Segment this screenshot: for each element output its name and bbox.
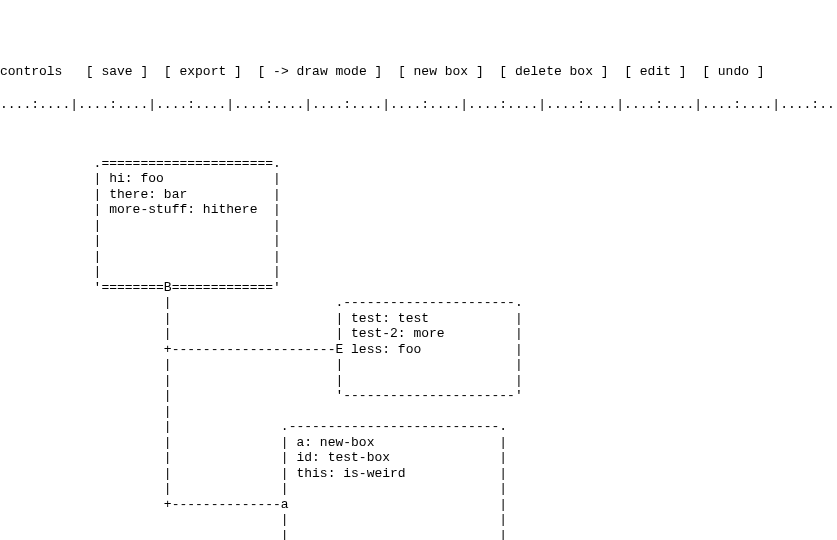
canvas-line: | | [0,249,837,265]
canvas-line: | | [0,218,837,234]
toolbar: controls [ save ] [ export ] [ -> draw m… [0,62,837,82]
canvas-line: | | this: is-weird | [0,466,837,482]
export-button[interactable]: [ export ] [164,64,242,80]
canvas-line: | | [0,512,837,528]
canvas-line: | more-stuff: hithere | [0,202,837,218]
edit-button[interactable]: [ edit ] [624,64,686,80]
spacer [0,128,837,140]
draw-mode-button[interactable]: [ -> draw mode ] [257,64,382,80]
ruler: ....:....|....:....|....:....|....:....|… [0,97,837,113]
controls-label: controls [0,64,62,80]
undo-button[interactable]: [ undo ] [702,64,764,80]
canvas-line: | .----------------------. [0,295,837,311]
canvas-line: '========B=============' [0,280,837,296]
canvas-line: | | [0,264,837,280]
canvas-line: | .---------------------------. [0,419,837,435]
canvas-line: +--------------a | [0,497,837,513]
canvas-line: | '----------------------' [0,388,837,404]
canvas-line: .======================. [0,156,837,172]
canvas-line: | there: bar | [0,187,837,203]
canvas-line: | | test-2: more | [0,326,837,342]
canvas-line: | [0,404,837,420]
save-button[interactable]: [ save ] [86,64,148,80]
canvas-line: +---------------------E less: foo | [0,342,837,358]
canvas-line: | | | [0,357,837,373]
canvas-line: | | [0,528,837,541]
ascii-canvas[interactable]: .======================. | hi: foo | | t… [0,156,837,541]
canvas-line: | | [0,233,837,249]
delete-box-button[interactable]: [ delete box ] [499,64,608,80]
canvas-line: | | | [0,481,837,497]
canvas-line: | | a: new-box | [0,435,837,451]
canvas-line: | | test: test | [0,311,837,327]
new-box-button[interactable]: [ new box ] [398,64,484,80]
canvas-line: | | id: test-box | [0,450,837,466]
canvas-line: | | | [0,373,837,389]
canvas-line: | hi: foo | [0,171,837,187]
